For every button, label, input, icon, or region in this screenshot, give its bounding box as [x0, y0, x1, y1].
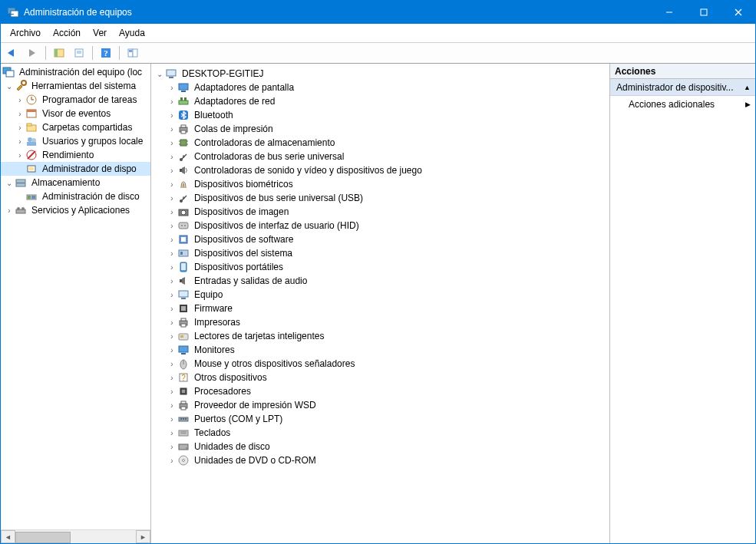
expand-icon[interactable]: › [167, 372, 177, 383]
expand-icon[interactable]: › [4, 205, 15, 216]
expand-icon[interactable]: › [167, 386, 177, 397]
expand-icon[interactable]: › [15, 122, 25, 133]
expand-icon[interactable]: › [167, 455, 177, 466]
console-tree[interactable]: Administración del equipo (loc ⌄ Herrami… [1, 64, 150, 529]
collapse-icon[interactable]: ⌄ [4, 81, 15, 91]
expand-icon[interactable]: › [167, 414, 177, 424]
expand-icon[interactable]: › [15, 108, 25, 119]
expand-icon[interactable]: › [167, 248, 177, 259]
menu-view[interactable]: Ver [87, 26, 113, 40]
device-category-dvd[interactable]: ›Unidades de DVD o CD-ROM [151, 453, 609, 467]
left-pane-hscroll[interactable]: ◄ ► [1, 529, 150, 543]
maximize-button[interactable] [686, 1, 721, 24]
device-category-imaging[interactable]: ›Dispositivos de imagen [151, 205, 609, 219]
device-category-computer[interactable]: ›Equipo [151, 288, 609, 302]
device-category-bluetooth[interactable]: ›Bluetooth [151, 108, 609, 122]
collapse-icon[interactable]: ⌄ [4, 177, 15, 188]
expand-icon[interactable]: › [167, 400, 177, 410]
device-category-monitors[interactable]: ›Monitores [151, 343, 609, 357]
device-category-system-devices[interactable]: ›Dispositivos del sistema [151, 246, 609, 260]
tree-storage[interactable]: ⌄ Almacenamiento [1, 176, 150, 190]
device-category-portable[interactable]: ›Dispositivos portátiles [151, 260, 609, 274]
show-hide-tree-button[interactable] [51, 45, 68, 61]
menu-help[interactable]: Ayuda [113, 26, 151, 40]
device-category-hid[interactable]: ›Dispositivos de interfaz de usuario (HI… [151, 219, 609, 232]
device-root[interactable]: ⌄ DESKTOP-EGITIEJ [151, 67, 609, 81]
tree-shared-folders[interactable]: › Carpetas compartidas [1, 120, 150, 134]
scroll-track[interactable] [15, 531, 136, 542]
expand-icon[interactable]: › [167, 179, 177, 190]
expand-icon[interactable]: › [167, 193, 177, 203]
expand-icon[interactable]: › [167, 275, 177, 286]
expand-icon[interactable]: › [167, 427, 177, 438]
actions-context[interactable]: Administrador de dispositiv... ▲ [610, 79, 755, 96]
device-category-disks[interactable]: ›Unidades de disco [151, 440, 609, 453]
device-category-display-adapters[interactable]: ›Adaptadores de pantalla [151, 81, 609, 94]
device-category-smartcard[interactable]: ›Lectores de tarjetas inteligentes [151, 329, 609, 343]
expand-icon[interactable]: › [167, 441, 177, 452]
scroll-right-button[interactable]: ► [136, 530, 150, 543]
expand-icon[interactable]: › [167, 234, 177, 245]
device-category-sound-video-game[interactable]: ›Controladoras de sonido y vídeo y dispo… [151, 163, 609, 177]
tree-performance[interactable]: › Rendimiento [1, 148, 150, 162]
expand-icon[interactable]: › [167, 358, 177, 369]
device-category-audio-io[interactable]: ›Entradas y salidas de audio [151, 274, 609, 288]
tree-users-groups[interactable]: › Usuarios y grupos locale [1, 134, 150, 148]
expand-icon[interactable]: › [167, 345, 177, 355]
tree-event-viewer[interactable]: › Visor de eventos [1, 107, 150, 120]
device-category-biometric[interactable]: ›Dispositivos biométricos [151, 177, 609, 191]
device-category-printers[interactable]: ›Impresoras [151, 315, 609, 329]
tree-root-computer-management[interactable]: Administración del equipo (loc [1, 65, 150, 79]
expand-icon[interactable]: › [167, 331, 177, 341]
device-category-other[interactable]: ›?Otros dispositivos [151, 371, 609, 384]
device-category-print-queues[interactable]: ›Colas de impresión [151, 122, 609, 136]
expand-icon[interactable]: › [167, 96, 177, 107]
scan-hardware-button[interactable] [124, 45, 141, 61]
properties-button[interactable] [71, 45, 87, 61]
device-category-ports[interactable]: ›Puertos (COM y LPT) [151, 412, 609, 426]
device-category-storage-controllers[interactable]: ›Controladoras de almacenamiento [151, 136, 609, 150]
device-category-firmware[interactable]: ›Firmware [151, 302, 609, 315]
device-category-processors[interactable]: ›Procesadores [151, 384, 609, 398]
expand-icon[interactable]: › [167, 220, 177, 231]
expand-icon[interactable]: › [167, 303, 177, 314]
device-category-usb-devices[interactable]: ›Dispositivos de bus serie universal (US… [151, 191, 609, 205]
device-category-usb-controllers[interactable]: ›Controladoras de bus serie universal [151, 150, 609, 163]
expand-icon[interactable]: › [167, 262, 177, 272]
back-button[interactable] [4, 45, 21, 61]
device-category-wsd-print[interactable]: ›Proveedor de impresión WSD [151, 398, 609, 412]
scroll-thumb[interactable] [15, 532, 71, 543]
expand-icon[interactable]: › [167, 82, 177, 93]
device-category-software-devices[interactable]: ›Dispositivos de software [151, 232, 609, 246]
expand-icon[interactable]: › [167, 206, 177, 217]
tree-disk-management[interactable]: › Administración de disco [1, 190, 150, 203]
tree-task-scheduler[interactable]: › Programador de tareas [1, 93, 150, 107]
expand-icon[interactable]: › [167, 317, 177, 328]
menu-file[interactable]: Archivo [4, 26, 47, 40]
expand-icon[interactable]: › [15, 150, 25, 160]
device-category-mice[interactable]: ›Mouse y otros dispositivos señaladores [151, 357, 609, 371]
close-button[interactable] [721, 1, 755, 24]
device-category-network-adapters[interactable]: ›Adaptadores de red [151, 94, 609, 108]
expand-icon[interactable]: › [167, 110, 177, 120]
help-button[interactable]: ? [97, 45, 114, 61]
tree-services-applications[interactable]: › Servicios y Aplicaciones [1, 203, 150, 217]
device-category-keyboards[interactable]: ›Teclados [151, 426, 609, 440]
tree-system-tools[interactable]: ⌄ Herramientas del sistema [1, 79, 150, 93]
menu-action[interactable]: Acción [47, 26, 87, 40]
minimize-button[interactable] [652, 1, 686, 24]
collapse-icon[interactable]: ⌄ [154, 68, 165, 79]
expand-icon[interactable]: › [167, 124, 177, 134]
expand-icon[interactable]: › [167, 165, 177, 176]
svg-marker-63 [182, 166, 185, 174]
expand-icon[interactable]: › [167, 137, 177, 148]
expand-icon[interactable]: › [15, 136, 25, 147]
expand-icon[interactable]: › [167, 289, 177, 300]
more-actions-item[interactable]: Acciones adicionales ▶ [610, 96, 755, 112]
expand-icon[interactable]: › [15, 94, 25, 105]
tree-device-manager[interactable]: › Administrador de dispo [1, 162, 150, 176]
expand-icon[interactable]: › [167, 151, 177, 162]
scroll-left-button[interactable]: ◄ [1, 530, 15, 543]
collapse-icon[interactable]: ▲ [744, 84, 751, 91]
forward-button[interactable] [24, 45, 41, 61]
